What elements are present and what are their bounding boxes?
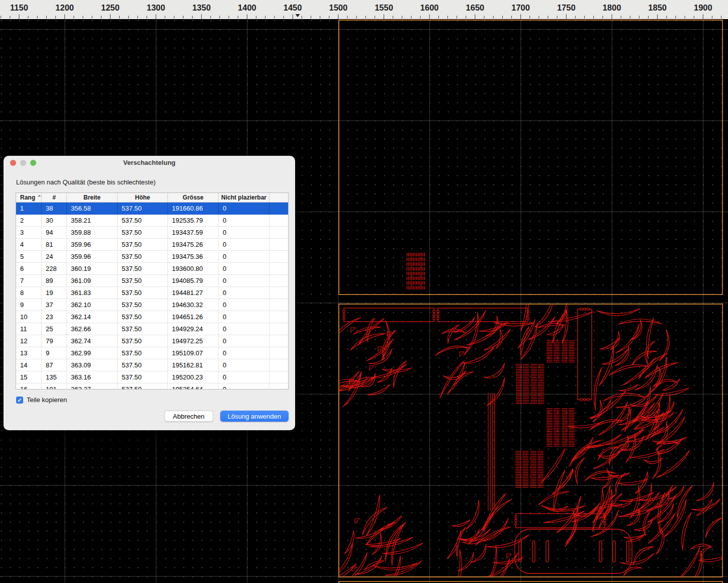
cell: 537.50 <box>118 239 168 250</box>
cell: 1 <box>16 203 42 214</box>
dialog-title: Verschachtelung <box>4 159 295 166</box>
cell: 0 <box>219 227 269 238</box>
cell: 195200.23 <box>168 371 219 383</box>
table-row[interactable]: 1023362.14537.50194651.260 <box>16 311 288 323</box>
minimize-icon[interactable] <box>20 160 26 166</box>
cell: 192535.79 <box>168 215 219 226</box>
cell: 0 <box>219 299 269 311</box>
table-header-row: Rang⌃#BreiteHöheGrösseNicht plazierbar <box>16 193 288 203</box>
cell: 2 <box>16 215 42 226</box>
cell: 363.09 <box>67 359 118 371</box>
table-row[interactable]: 139362.99537.50195109.070 <box>16 347 288 359</box>
cell: 360.19 <box>67 263 118 274</box>
cell: 359.88 <box>67 227 118 238</box>
cell: 537.50 <box>118 359 168 371</box>
cell: 0 <box>219 251 269 262</box>
cancel-button[interactable]: Abbrechen <box>164 411 213 422</box>
cell: 9 <box>42 347 67 359</box>
cell: 362.10 <box>67 299 118 311</box>
ruler-label: 1600 <box>420 3 439 12</box>
ruler-label: 1650 <box>466 3 485 12</box>
ruler-label: 1550 <box>375 3 393 12</box>
cell-filler <box>269 359 288 371</box>
cell: 79 <box>42 335 67 347</box>
table-row[interactable]: 937362.10537.50194630.320 <box>16 299 288 311</box>
cell: 0 <box>219 323 269 335</box>
cell: 101 <box>42 383 67 390</box>
table-row[interactable]: 138356.58537.50191660.860 <box>16 203 288 215</box>
column-header-breite[interactable]: Breite <box>67 193 118 202</box>
apply-solution-button[interactable]: Lösung anwenden <box>220 411 289 422</box>
cell: 9 <box>16 299 42 311</box>
table-row[interactable]: 789361.09537.50194085.790 <box>16 275 288 287</box>
table-row[interactable]: 1125362.66537.50194929.240 <box>16 323 288 335</box>
cell-filler <box>269 263 288 274</box>
table-row[interactable]: 819361.83537.50194481.270 <box>16 287 288 299</box>
cell: 361.83 <box>67 287 118 299</box>
cell: 537.50 <box>118 263 168 274</box>
cell: 89 <box>42 275 67 286</box>
copy-parts-checkbox[interactable]: ✓ <box>16 397 23 404</box>
ruler-label: 1850 <box>648 3 667 12</box>
cell-filler <box>269 203 288 214</box>
cell: 19 <box>42 287 67 299</box>
cell: 12 <box>16 335 42 347</box>
table-body: 138356.58537.50191660.860230358.21537.50… <box>16 203 288 390</box>
table-row[interactable]: 6228360.19537.50193600.800 <box>16 263 288 275</box>
column-header-nicht-plazierbar[interactable]: Nicht plazierbar <box>219 193 269 202</box>
cell: 537.50 <box>118 227 168 238</box>
cell: 24 <box>42 251 67 262</box>
cell: 0 <box>219 239 269 250</box>
cell: 356.58 <box>67 203 118 214</box>
cell-filler <box>269 275 288 286</box>
dialog-titlebar[interactable]: Verschachtelung <box>4 156 295 169</box>
cell: 191660.86 <box>168 203 219 214</box>
table-row[interactable]: 16101363.27537.50195254.640 <box>16 383 288 390</box>
column-header-h-he[interactable]: Höhe <box>118 193 168 202</box>
app-window: { "ruler": { "labels": ["1150","1200","1… <box>0 0 728 583</box>
cell: 537.50 <box>118 275 168 286</box>
cell: 81 <box>42 239 67 250</box>
cell: 195162.81 <box>168 359 219 371</box>
cell: 537.50 <box>118 323 168 335</box>
cell: 94 <box>42 227 67 238</box>
table-row[interactable]: 394359.88537.50193437.590 <box>16 227 288 239</box>
cell: 363.27 <box>67 383 118 390</box>
cell: 194481.27 <box>168 287 219 299</box>
cell: 537.50 <box>118 203 168 214</box>
cell-filler <box>269 287 288 299</box>
table-row[interactable]: 524359.96537.50193475.360 <box>16 251 288 263</box>
cell: 537.50 <box>118 383 168 390</box>
column-header-filler[interactable] <box>269 193 288 202</box>
column-header--[interactable]: # <box>42 193 67 202</box>
cell-filler <box>269 239 288 250</box>
cell: 363.16 <box>67 371 118 383</box>
cell: 362.99 <box>67 347 118 359</box>
cell: 0 <box>219 371 269 383</box>
solutions-table[interactable]: Rang⌃#BreiteHöheGrösseNicht plazierbar 1… <box>16 192 289 390</box>
cell: 537.50 <box>118 371 168 383</box>
cell: 87 <box>42 359 67 371</box>
table-row[interactable]: 1279362.74537.50194972.250 <box>16 335 288 347</box>
zoom-icon[interactable] <box>30 160 36 166</box>
cell: 362.14 <box>67 311 118 323</box>
cell: 362.66 <box>67 323 118 335</box>
cell: 228 <box>42 263 67 274</box>
column-header-rang[interactable]: Rang⌃ <box>16 193 42 202</box>
ruler-label: 1350 <box>192 3 211 12</box>
table-row[interactable]: 230358.21537.50192535.790 <box>16 215 288 227</box>
cell: 23 <box>42 311 67 323</box>
close-icon[interactable] <box>10 160 16 166</box>
cell: 0 <box>219 335 269 347</box>
ruler-label: 1750 <box>557 3 576 12</box>
cell-filler <box>269 311 288 323</box>
table-row[interactable]: 1487363.09537.50195162.810 <box>16 359 288 371</box>
column-header-gr-sse[interactable]: Grösse <box>168 193 219 202</box>
cell: 537.50 <box>118 347 168 359</box>
cell: 537.50 <box>118 251 168 262</box>
cell: 359.96 <box>67 239 118 250</box>
table-row[interactable]: 15135363.16537.50195200.230 <box>16 371 288 383</box>
ruler-label: 1400 <box>238 3 256 12</box>
cell: 194085.79 <box>168 275 219 286</box>
table-row[interactable]: 481359.96537.50193475.260 <box>16 239 288 251</box>
